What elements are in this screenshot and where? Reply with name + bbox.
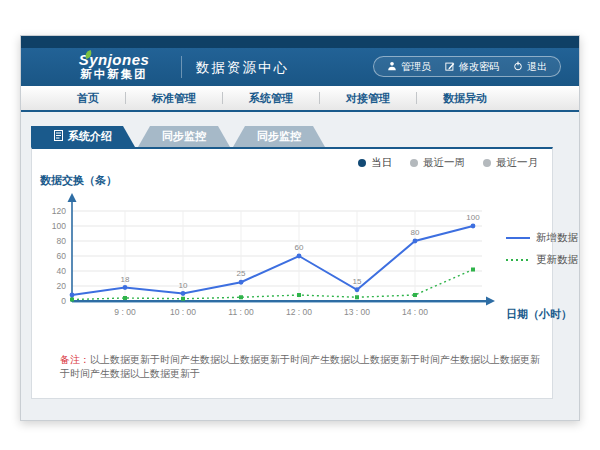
radio-label: 当日: [371, 156, 392, 170]
legend-item[interactable]: 更新数据: [506, 253, 578, 267]
brand-name-cn: 新中新集团: [59, 68, 169, 81]
radio-dot-icon: [483, 159, 491, 167]
svg-text:14 : 00: 14 : 00: [402, 307, 428, 317]
header-divider: [181, 56, 182, 78]
tab-sync-monitor-1[interactable]: 同步监控: [138, 126, 230, 147]
legend-line-icon: [506, 235, 530, 241]
tab-system-intro[interactable]: 系统介绍: [31, 126, 135, 147]
legend-label: 新增数据: [536, 231, 578, 245]
tab-label: 同步监控: [162, 129, 206, 144]
svg-text:9 : 00: 9 : 00: [114, 307, 136, 317]
range-filter: 当日 最近一周 最近一月: [358, 156, 538, 170]
document-icon: [54, 130, 63, 143]
radio-dot-icon: [358, 159, 366, 167]
nav-item-connect-mgmt[interactable]: 对接管理: [320, 91, 416, 106]
main-nav: 首页 标准管理 系统管理 对接管理 数据异动: [21, 86, 579, 112]
svg-text:60: 60: [57, 251, 67, 261]
tab-sync-monitor-2[interactable]: 同步监控: [233, 126, 325, 147]
brand-name: Synjones: [59, 51, 169, 68]
page-title: 数据资源中心: [196, 59, 289, 77]
svg-text:13 : 00: 13 : 00: [344, 307, 370, 317]
user-menu: 管理员 修改密码 退出: [373, 56, 561, 77]
screenshot-stage: Synjones 新中新集团 数据资源中心 管理员 修改密码: [0, 0, 600, 450]
user-menu-admin[interactable]: 管理员: [387, 60, 431, 74]
svg-text:25: 25: [237, 269, 246, 278]
tab-bar: 系统介绍 同步监控 同步监控: [31, 126, 325, 147]
user-menu-label: 退出: [527, 60, 547, 74]
svg-text:60: 60: [295, 243, 304, 252]
nav-item-home[interactable]: 首页: [51, 91, 125, 106]
app-window: Synjones 新中新集团 数据资源中心 管理员 修改密码: [20, 35, 580, 421]
radio-last-month[interactable]: 最近一月: [483, 156, 538, 170]
svg-text:40: 40: [57, 266, 67, 276]
legend-item[interactable]: 新增数据: [506, 231, 578, 245]
svg-text:80: 80: [411, 228, 420, 237]
svg-text:12 : 00: 12 : 00: [286, 307, 312, 317]
app-header: Synjones 新中新集团 数据资源中心 管理员 修改密码: [21, 48, 579, 86]
nav-item-system-mgmt[interactable]: 系统管理: [223, 91, 319, 106]
user-menu-label: 修改密码: [459, 60, 499, 74]
legend-label: 更新数据: [536, 253, 578, 267]
content-panel: 当日 最近一周 最近一月 数据交换（条） 9 : 0010 : 0011 : 0…: [31, 147, 553, 399]
svg-text:10 : 00: 10 : 00: [170, 307, 196, 317]
svg-text:80: 80: [57, 236, 67, 246]
chart-x-axis-title: 日期（小时）: [506, 307, 572, 322]
user-menu-label: 管理员: [401, 60, 431, 74]
svg-text:100: 100: [466, 213, 480, 222]
user-menu-logout[interactable]: 退出: [513, 60, 547, 74]
svg-text:20: 20: [57, 281, 67, 291]
footnote-label: 备注：: [60, 354, 90, 365]
tab-label: 系统介绍: [68, 129, 112, 144]
chart-y-axis-title: 数据交换（条）: [40, 173, 117, 188]
nav-item-standard-mgmt[interactable]: 标准管理: [126, 91, 222, 106]
edit-icon: [445, 61, 455, 73]
svg-text:11 : 00: 11 : 00: [228, 307, 254, 317]
brand-logo: Synjones 新中新集团: [59, 51, 169, 81]
tab-label: 同步监控: [257, 129, 301, 144]
user-icon: [387, 61, 397, 73]
footnote: 备注：以上数据更新于时间产生数据以上数据更新于时间产生数据以上数据更新于时间产生…: [60, 353, 544, 381]
svg-text:10: 10: [179, 281, 188, 290]
svg-text:18: 18: [121, 275, 130, 284]
user-menu-change-password[interactable]: 修改密码: [445, 60, 499, 74]
footnote-text: 以上数据更新于时间产生数据以上数据更新于时间产生数据以上数据更新于时间产生数据以…: [60, 354, 540, 379]
radio-label: 最近一月: [496, 156, 538, 170]
svg-text:100: 100: [52, 221, 66, 231]
power-icon: [513, 61, 523, 73]
radio-last-week[interactable]: 最近一周: [410, 156, 465, 170]
content-area: 系统介绍 同步监控 同步监控 当日 最近一周: [21, 112, 579, 420]
radio-today[interactable]: 当日: [358, 156, 392, 170]
svg-text:15: 15: [353, 277, 362, 286]
svg-text:120: 120: [52, 206, 66, 216]
legend-line-icon: [506, 257, 530, 263]
chart-legend: 新增数据更新数据: [506, 231, 578, 275]
header-top-strip: [21, 36, 579, 48]
line-chart: 9 : 0010 : 0011 : 0012 : 0013 : 0014 : 0…: [42, 189, 512, 329]
radio-label: 最近一周: [423, 156, 465, 170]
radio-dot-icon: [410, 159, 418, 167]
svg-text:0: 0: [61, 296, 66, 306]
nav-item-data-change[interactable]: 数据异动: [417, 91, 513, 106]
